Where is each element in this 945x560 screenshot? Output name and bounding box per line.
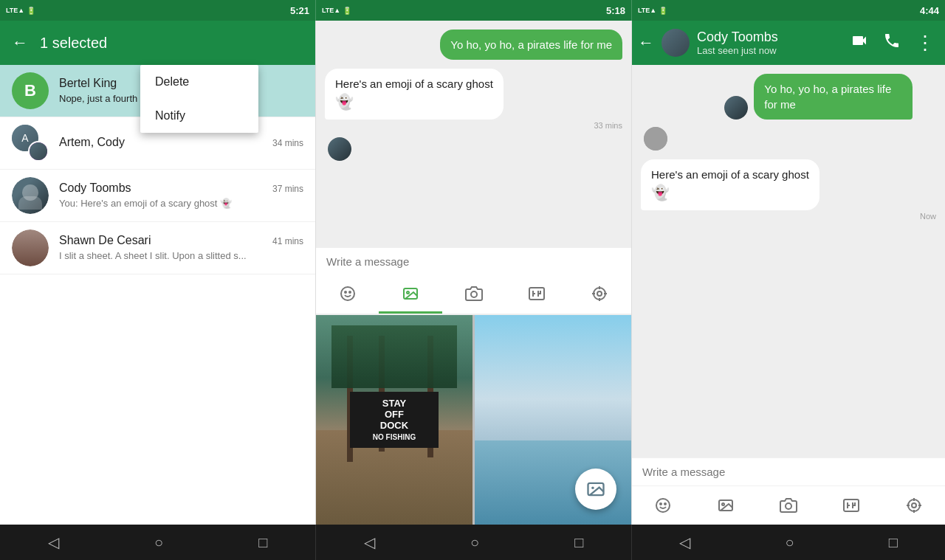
cody-message-input[interactable]: [642, 466, 935, 478]
cody-gif-btn[interactable]: [819, 489, 882, 522]
status-bar-3: LTE▲ 🔋 4:44: [632, 0, 945, 21]
avatar-group-artem-cody: A: [12, 125, 49, 162]
chat-message-list: Yo ho, yo ho, a pirates life for me Here…: [316, 21, 631, 248]
conversation-item-cody[interactable]: Cody Toombs 37 mins You: Here's an emoji…: [0, 170, 315, 222]
avatar-shawn: [12, 229, 49, 266]
status-bar-2: LTE▲ 🔋 5:18: [316, 0, 632, 21]
message-text-received-1: Here's an emoji of a scary ghost: [335, 77, 493, 90]
back-nav-btn-3[interactable]: ◁: [667, 528, 702, 557]
more-options-icon[interactable]: ⋮: [911, 29, 939, 57]
svg-point-2: [349, 291, 351, 293]
cody-message-time: Now: [641, 212, 936, 221]
conversation-list: B Bertel King Nope, just a fourth one. A: [0, 65, 315, 525]
svg-point-20: [786, 503, 791, 509]
battery-icon-2: 🔋: [343, 7, 351, 15]
home-nav-btn-2[interactable]: ○: [458, 528, 491, 557]
svg-point-15: [656, 499, 670, 512]
photo-tool-btn-1[interactable]: [379, 275, 441, 314]
svg-rect-21: [844, 499, 859, 511]
cody-conversation-panel: ← Cody Toombs Last seen just now: [632, 21, 945, 525]
cody-received-message-area: Here's an emoji of a scary ghost 👻 Now: [641, 159, 936, 224]
write-message-bar-1[interactable]: [316, 248, 631, 275]
svg-point-22: [908, 499, 920, 511]
lte-icon-2: LTE▲: [322, 7, 340, 14]
gif-tool-btn-1[interactable]: [505, 275, 568, 314]
signal-icons-1: LTE▲ 🔋: [6, 7, 35, 15]
cody-message-text-received: Here's an emoji of a scary ghost: [651, 168, 809, 181]
camera-tool-btn-1[interactable]: [442, 275, 505, 314]
message-time-received-1: 33 mins: [325, 121, 622, 130]
conversation-item-shawn[interactable]: Shawn De Cesari 41 mins I slit a sheet. …: [0, 222, 315, 274]
cody-message-row-sent: Yo ho, yo ho, a pirates life for me: [641, 74, 936, 120]
home-nav-btn-3[interactable]: ○: [773, 528, 805, 557]
message-input-1[interactable]: [326, 255, 621, 268]
svg-point-5: [471, 291, 477, 297]
recents-nav-btn-2[interactable]: □: [563, 528, 595, 557]
notify-menu-item[interactable]: Notify: [140, 99, 258, 133]
bottom-nav-1: ◁ ○ □: [0, 525, 316, 560]
bottom-nav-3: ◁ ○ □: [632, 525, 945, 560]
svg-point-19: [722, 503, 724, 505]
avatar-row-indicator: [328, 137, 622, 161]
recents-nav-btn-3[interactable]: □: [877, 528, 910, 557]
cody-back-button[interactable]: ←: [638, 33, 654, 52]
conversations-panel: ← 1 selected Delete Notify B Bertel King: [0, 21, 316, 525]
photo-grid-1: STAYOFFDOCKNO FISHING: [316, 315, 631, 525]
signal-icons-2: LTE▲ 🔋: [322, 7, 351, 15]
phone-call-icon[interactable]: [879, 27, 905, 58]
conv-preview-cody: You: Here's an emoji of a scary ghost 👻: [59, 198, 232, 209]
svg-point-16: [660, 503, 662, 505]
battery-icon-3: 🔋: [659, 7, 667, 15]
recents-nav-btn-1[interactable]: □: [247, 528, 279, 557]
svg-point-1: [345, 291, 346, 293]
svg-point-23: [912, 503, 916, 508]
avatar-cody: [12, 177, 49, 214]
back-nav-btn-2[interactable]: ◁: [352, 528, 387, 557]
context-menu: Delete Notify: [140, 65, 258, 133]
time-display-2: 5:18: [606, 5, 625, 16]
svg-point-7: [594, 288, 605, 300]
cody-contact-status: Last seen just now: [697, 45, 839, 56]
photo-fab-button[interactable]: [575, 469, 616, 510]
cody-photo-toolbar: [632, 485, 945, 525]
cody-header-avatar: [662, 29, 690, 57]
cody-location-btn[interactable]: [882, 489, 945, 522]
cody-write-message-bar[interactable]: [632, 457, 945, 485]
received-message-area: Here's an emoji of a scary ghost 👻 33 mi…: [325, 69, 622, 133]
conv-name-artem-cody: Artem, Cody: [59, 136, 125, 149]
cody-message-bubble-received: Here's an emoji of a scary ghost 👻: [641, 159, 819, 210]
time-display-3: 4:44: [920, 5, 939, 16]
time-display-1: 5:21: [290, 5, 309, 16]
location-tool-btn-1[interactable]: [568, 275, 631, 314]
home-nav-btn-1[interactable]: ○: [142, 528, 175, 557]
back-nav-btn-1[interactable]: ◁: [36, 528, 71, 557]
status-bar-1: LTE▲ 🔋 5:21: [0, 0, 316, 21]
dock-photo: STAYOFFDOCKNO FISHING: [316, 315, 472, 525]
video-call-icon[interactable]: [846, 27, 873, 58]
svg-point-17: [664, 503, 666, 505]
conv-time-cody: 37 mins: [272, 184, 303, 194]
conv-name-cody: Cody Toombs: [59, 182, 131, 195]
svg-point-4: [407, 291, 409, 294]
conv-info-cody: Cody Toombs 37 mins You: Here's an emoji…: [59, 182, 303, 210]
conv-preview-shawn: I slit a sheet. A sheet I slit. Upon a s…: [59, 250, 247, 261]
lte-icon-3: LTE▲: [638, 7, 656, 14]
emoji-tool-btn-1[interactable]: [316, 275, 379, 314]
back-button[interactable]: ←: [12, 33, 28, 52]
svg-point-14: [591, 487, 594, 490]
avatar-bertel: B: [12, 72, 49, 109]
chat-photos-panel: Yo ho, yo ho, a pirates life for me Here…: [316, 21, 632, 525]
delete-menu-item[interactable]: Delete: [140, 65, 258, 99]
cody-contact-info: Cody Toombs Last seen just now: [697, 30, 839, 56]
photo-cell-1[interactable]: STAYOFFDOCKNO FISHING: [316, 315, 472, 525]
dock-sign: STAYOFFDOCKNO FISHING: [350, 392, 439, 448]
cody-camera-btn[interactable]: [757, 489, 820, 522]
cody-emoji-btn[interactable]: [632, 489, 695, 522]
cody-photo-btn[interactable]: [695, 489, 757, 522]
cody-message-bubble-sent: Yo ho, yo ho, a pirates life for me: [754, 74, 913, 120]
conv-name-shawn: Shawn De Cesari: [59, 234, 151, 247]
svg-rect-6: [529, 288, 544, 300]
conv-time-shawn: 41 mins: [272, 236, 303, 246]
bottom-nav-2: ◁ ○ □: [316, 525, 632, 560]
cody-sent-avatar: [724, 96, 748, 120]
